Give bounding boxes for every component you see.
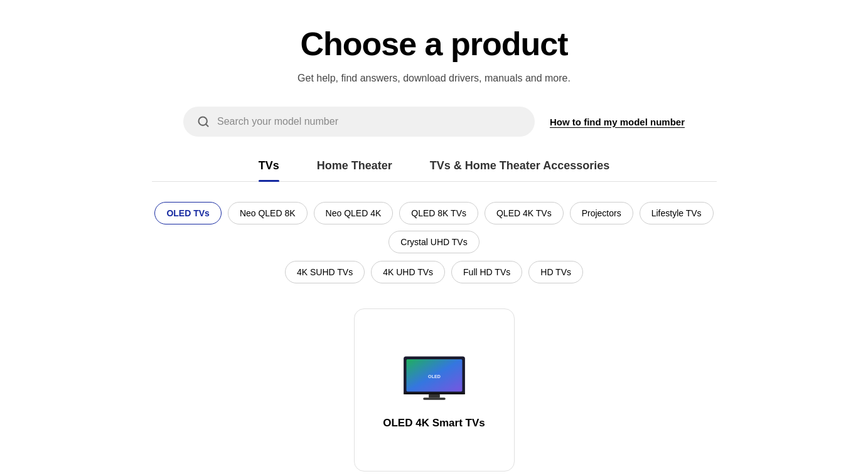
product-image: OLED [397, 350, 472, 407]
product-grid: OLED OLED 4K Smart TVs [354, 308, 515, 471]
svg-rect-6 [429, 394, 440, 398]
filter-oled-tvs[interactable]: OLED TVs [154, 202, 221, 224]
tab-tvs[interactable]: TVs [259, 159, 279, 181]
search-box [183, 107, 535, 137]
filter-neo-qled-4k[interactable]: Neo QLED 4K [314, 202, 394, 224]
product-card-oled-4k-smart-tvs[interactable]: OLED OLED 4K Smart TVs [354, 308, 515, 471]
page-container: Choose a product Get help, find answers,… [89, 0, 780, 474]
filter-neo-qled-8k[interactable]: Neo QLED 8K [228, 202, 308, 224]
tabs-row: TVsHome TheaterTVs & Home Theater Access… [152, 159, 717, 182]
filter-4k-suhd-tvs[interactable]: 4K SUHD TVs [285, 261, 365, 283]
product-label: OLED 4K Smart TVs [383, 417, 485, 429]
filters-row-2: 4K SUHD TVs4K UHD TVsFull HD TVsHD TVs [285, 261, 583, 283]
filter-qled-4k-tvs[interactable]: QLED 4K TVs [485, 202, 564, 224]
svg-rect-7 [423, 398, 446, 400]
filter-4k-uhd-tvs[interactable]: 4K UHD TVs [371, 261, 445, 283]
filter-full-hd-tvs[interactable]: Full HD TVs [451, 261, 522, 283]
tab-accessories[interactable]: TVs & Home Theater Accessories [430, 159, 609, 181]
filter-projectors[interactable]: Projectors [570, 202, 633, 224]
search-icon [197, 115, 210, 128]
filter-lifestyle-tvs[interactable]: Lifestyle TVs [640, 202, 714, 224]
page-title: Choose a product [300, 25, 567, 63]
filter-hd-tvs[interactable]: HD TVs [528, 261, 583, 283]
filters-row-1: OLED TVsNeo QLED 8KNeo QLED 4KQLED 8K TV… [121, 202, 748, 253]
filter-qled-8k-tvs[interactable]: QLED 8K TVs [399, 202, 478, 224]
page-subtitle: Get help, find answers, download drivers… [297, 73, 571, 84]
svg-line-1 [206, 124, 208, 127]
svg-rect-8 [404, 392, 465, 394]
model-number-link[interactable]: How to find my model number [550, 117, 685, 127]
search-row: How to find my model number [171, 107, 698, 137]
filter-crystal-uhd-tvs[interactable]: Crystal UHD TVs [388, 231, 479, 253]
tab-home-theater[interactable]: Home Theater [317, 159, 392, 181]
svg-text:OLED: OLED [428, 374, 441, 379]
search-input[interactable] [217, 116, 521, 127]
